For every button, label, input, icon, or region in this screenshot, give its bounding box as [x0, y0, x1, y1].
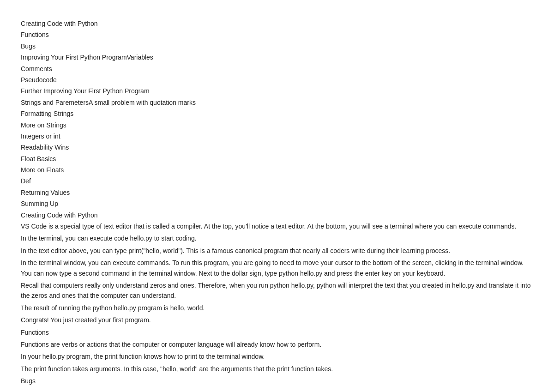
paragraph-7: Functions	[21, 327, 533, 338]
nav-item-7[interactable]: Strings and ParemetersA small problem wi…	[21, 97, 533, 108]
paragraph-4: Recall that computers really only unders…	[21, 280, 533, 301]
paragraph-1: In the terminal, you can execute code he…	[21, 233, 533, 243]
nav-item-14[interactable]: Def	[21, 176, 533, 186]
body-content: VS Code is a special type of text editor…	[21, 221, 533, 386]
nav-item-17[interactable]: Creating Code with Python	[21, 210, 533, 220]
paragraph-2: In the text editor above, you can type p…	[21, 246, 533, 256]
nav-item-0[interactable]: Creating Code with Python	[21, 18, 533, 29]
nav-list: Creating Code with Python Functions Bugs…	[21, 18, 533, 220]
paragraph-11: Bugs	[21, 376, 533, 386]
nav-item-9[interactable]: More on Strings	[21, 120, 533, 130]
nav-item-4[interactable]: Comments	[21, 64, 533, 74]
nav-item-12[interactable]: Float Basics	[21, 154, 533, 164]
paragraph-8: Functions are verbs or actions that the …	[21, 339, 533, 350]
nav-item-8[interactable]: Formatting Strings	[21, 109, 533, 119]
nav-item-3[interactable]: Improving Your First Python ProgramVaria…	[21, 52, 533, 62]
nav-item-1[interactable]: Functions	[21, 30, 533, 40]
nav-item-2[interactable]: Bugs	[21, 41, 533, 51]
paragraph-5: The result of running the python hello.p…	[21, 303, 533, 313]
nav-item-6[interactable]: Further Improving Your First Python Prog…	[21, 86, 533, 96]
nav-item-13[interactable]: More on Floats	[21, 165, 533, 175]
nav-item-11[interactable]: Readability Wins	[21, 142, 533, 152]
nav-item-16[interactable]: Summing Up	[21, 199, 533, 209]
paragraph-3: In the terminal window, you can execute …	[21, 258, 533, 278]
nav-item-5[interactable]: Pseudocode	[21, 75, 533, 85]
paragraph-6: Congrats! You just created your first pr…	[21, 315, 533, 325]
nav-item-15[interactable]: Returning Values	[21, 187, 533, 198]
main-content: Creating Code with Python Functions Bugs…	[21, 18, 533, 386]
nav-item-10[interactable]: Integers or int	[21, 131, 533, 141]
paragraph-10: The print function takes arguments. In t…	[21, 364, 533, 374]
paragraph-9: In your hello.py program, the print func…	[21, 351, 533, 362]
paragraph-0: VS Code is a special type of text editor…	[21, 221, 533, 231]
